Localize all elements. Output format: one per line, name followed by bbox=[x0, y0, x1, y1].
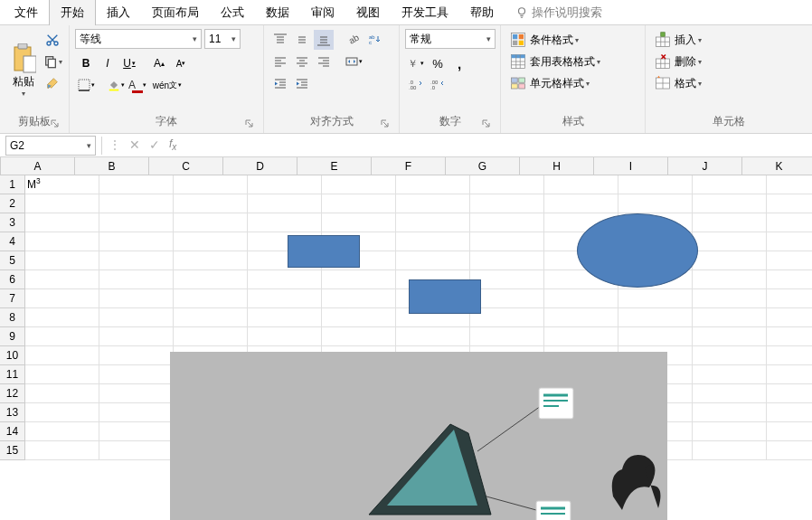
column-header[interactable]: A bbox=[1, 157, 75, 175]
cell-B12[interactable] bbox=[99, 384, 174, 403]
cell-D6[interactable] bbox=[248, 270, 322, 289]
font-color-button[interactable]: A▾ bbox=[127, 75, 147, 95]
align-top-button[interactable] bbox=[270, 30, 290, 50]
cell-F5[interactable] bbox=[396, 251, 470, 270]
increase-indent-button[interactable] bbox=[292, 73, 312, 93]
cell-H8[interactable] bbox=[544, 308, 618, 327]
insert-cells-button[interactable]: 插入▾ bbox=[651, 30, 807, 50]
cell-E1[interactable] bbox=[322, 175, 396, 194]
align-center-button[interactable] bbox=[292, 52, 312, 71]
tab-file[interactable]: 文件 bbox=[4, 0, 49, 25]
cell-A14[interactable] bbox=[25, 422, 99, 441]
cell-A7[interactable] bbox=[25, 289, 99, 308]
cell-J3[interactable] bbox=[693, 213, 767, 232]
cell-I8[interactable] bbox=[618, 308, 693, 327]
cell-G4[interactable] bbox=[470, 232, 544, 251]
cell-A2[interactable] bbox=[25, 194, 99, 213]
cell-G9[interactable] bbox=[470, 327, 544, 346]
cell-B15[interactable] bbox=[99, 441, 174, 460]
cell-G8[interactable] bbox=[470, 308, 544, 327]
cell-F4[interactable] bbox=[396, 232, 470, 251]
copy-button[interactable]: ▾ bbox=[42, 52, 62, 71]
row-header[interactable]: 11 bbox=[0, 365, 25, 384]
bold-button[interactable]: B bbox=[76, 53, 96, 73]
align-left-button[interactable] bbox=[270, 52, 290, 71]
cell-K12[interactable] bbox=[767, 384, 812, 403]
cell-F3[interactable] bbox=[396, 213, 470, 232]
cell-K2[interactable] bbox=[767, 194, 812, 213]
cell-E6[interactable] bbox=[322, 270, 396, 289]
ellipse-shape[interactable] bbox=[577, 213, 698, 288]
cell-A12[interactable] bbox=[25, 384, 99, 403]
column-header[interactable]: I bbox=[594, 157, 668, 175]
decrease-font-button[interactable]: A▾ bbox=[171, 53, 191, 73]
cell-J10[interactable] bbox=[693, 346, 767, 365]
column-header[interactable]: F bbox=[372, 157, 446, 175]
cell-J6[interactable] bbox=[693, 270, 767, 289]
increase-font-button[interactable]: A▴ bbox=[149, 53, 169, 73]
cell-I2[interactable] bbox=[618, 194, 693, 213]
tab-review[interactable]: 审阅 bbox=[300, 0, 345, 25]
dialog-launcher-number[interactable] bbox=[480, 118, 493, 130]
cell-C3[interactable] bbox=[174, 213, 248, 232]
cell-A9[interactable] bbox=[25, 327, 99, 346]
cell-G6[interactable] bbox=[470, 270, 544, 289]
cell-C7[interactable] bbox=[174, 289, 248, 308]
cell-D1[interactable] bbox=[248, 175, 322, 194]
column-header[interactable]: B bbox=[75, 157, 149, 175]
column-header[interactable]: G bbox=[446, 157, 520, 175]
cell-G2[interactable] bbox=[470, 194, 544, 213]
phonetic-button[interactable]: wén文▾ bbox=[157, 75, 177, 95]
cell-A11[interactable] bbox=[25, 365, 99, 384]
cell-A1[interactable]: M3 bbox=[25, 175, 99, 194]
align-right-button[interactable] bbox=[314, 52, 334, 71]
decrease-decimal-button[interactable]: .00.0 bbox=[428, 75, 448, 95]
cell-J4[interactable] bbox=[693, 232, 767, 251]
cell-J11[interactable] bbox=[693, 365, 767, 384]
tab-home[interactable]: 开始 bbox=[49, 0, 96, 25]
cell-K13[interactable] bbox=[767, 403, 812, 422]
row-header[interactable]: 14 bbox=[0, 422, 25, 441]
cell-D8[interactable] bbox=[248, 308, 322, 327]
cells-container[interactable]: // placeholder to be replaced after data… bbox=[25, 175, 812, 460]
format-cells-button[interactable]: 格式▾ bbox=[651, 73, 807, 93]
cell-C9[interactable] bbox=[174, 327, 248, 346]
insert-function-button[interactable]: fx bbox=[169, 137, 176, 152]
rectangle-shape-1[interactable] bbox=[288, 235, 360, 268]
cell-J13[interactable] bbox=[693, 403, 767, 422]
cell-B4[interactable] bbox=[99, 232, 174, 251]
cell-K4[interactable] bbox=[767, 232, 812, 251]
row-header[interactable]: 15 bbox=[0, 441, 25, 460]
cell-J12[interactable] bbox=[693, 384, 767, 403]
cell-A5[interactable] bbox=[25, 251, 99, 270]
dialog-launcher-font[interactable] bbox=[243, 118, 256, 130]
cell-A13[interactable] bbox=[25, 403, 99, 422]
cell-E9[interactable] bbox=[322, 327, 396, 346]
cell-B6[interactable] bbox=[99, 270, 174, 289]
row-header[interactable]: 2 bbox=[0, 194, 25, 213]
cell-style-button[interactable]: 单元格样式▾ bbox=[506, 73, 639, 93]
cell-D2[interactable] bbox=[248, 194, 322, 213]
cell-J5[interactable] bbox=[693, 251, 767, 270]
table-format-button[interactable]: 套用表格格式▾ bbox=[506, 52, 639, 71]
column-header[interactable]: E bbox=[297, 157, 372, 175]
row-header[interactable]: 7 bbox=[0, 289, 25, 308]
row-header[interactable]: 1 bbox=[0, 175, 25, 194]
cell-B11[interactable] bbox=[99, 365, 174, 384]
cell-K5[interactable] bbox=[767, 251, 812, 270]
cell-H2[interactable] bbox=[544, 194, 618, 213]
cell-G7[interactable] bbox=[470, 289, 544, 308]
cell-D9[interactable] bbox=[248, 327, 322, 346]
cell-E7[interactable] bbox=[322, 289, 396, 308]
cell-B14[interactable] bbox=[99, 422, 174, 441]
cell-E2[interactable] bbox=[322, 194, 396, 213]
cell-B8[interactable] bbox=[99, 308, 174, 327]
dialog-launcher-clipboard[interactable] bbox=[49, 118, 61, 130]
cell-A15[interactable] bbox=[25, 441, 99, 460]
underline-button[interactable]: U▾ bbox=[119, 53, 139, 73]
formula-input[interactable] bbox=[184, 136, 812, 156]
cell-G3[interactable] bbox=[470, 213, 544, 232]
row-header[interactable]: 12 bbox=[0, 384, 25, 403]
row-header[interactable]: 9 bbox=[0, 327, 25, 346]
cell-J9[interactable] bbox=[693, 327, 767, 346]
